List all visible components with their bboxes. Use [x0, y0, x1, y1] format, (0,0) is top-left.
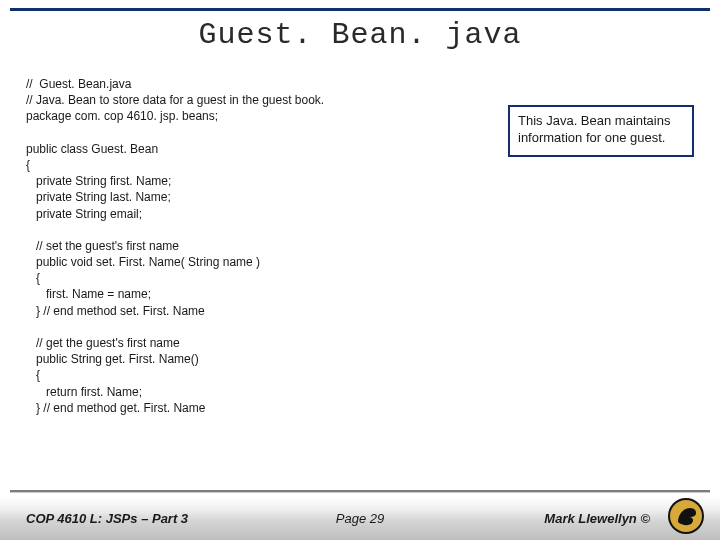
top-divider [10, 8, 710, 11]
slide-title: Guest. Bean. java [0, 18, 720, 52]
pegasus-logo-icon [666, 496, 706, 536]
callout-text: This Java. Bean maintains information fo… [518, 113, 670, 145]
footer-author: Mark Llewellyn © [544, 511, 650, 526]
slide-footer: COP 4610 L: JSPs – Part 3 Page 29 Mark L… [0, 490, 720, 540]
footer-divider [10, 490, 710, 492]
code-listing: // Guest. Bean.java // Java. Bean to sto… [26, 76, 486, 416]
slide: Guest. Bean. java // Guest. Bean.java //… [0, 0, 720, 540]
callout-box: This Java. Bean maintains information fo… [508, 105, 694, 157]
